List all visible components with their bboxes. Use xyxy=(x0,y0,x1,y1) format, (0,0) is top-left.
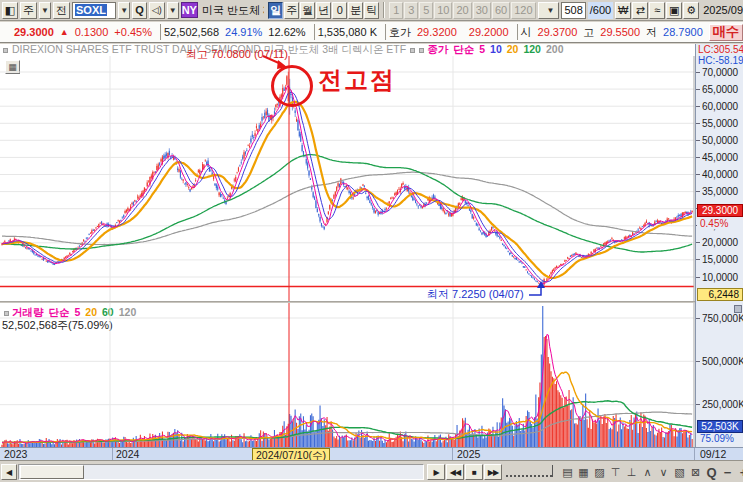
wave-chart-icon[interactable]: ≈ xyxy=(649,2,665,19)
pattern-icon[interactable]: ▧ xyxy=(672,464,687,480)
buy-button[interactable]: 매수 xyxy=(709,24,743,41)
pane-option-icon[interactable] xyxy=(734,305,742,313)
current-price-marker: 29.3000 xyxy=(697,204,743,217)
date-display: 2025/09 xyxy=(703,4,743,16)
cascade-windows-icon[interactable]: ▤ xyxy=(560,464,575,480)
bar-width-slider[interactable] xyxy=(506,467,552,477)
playback-stop-icon[interactable]: ■ xyxy=(465,464,483,480)
trendline-low-icon[interactable]: ⊥ xyxy=(624,464,639,480)
minute-button-30[interactable]: 30 xyxy=(473,2,491,19)
axis-tick-label: 55,0000 xyxy=(702,118,738,129)
annotation-low-text: 최저 7.2250 (04/07) xyxy=(427,287,524,302)
scrollbar-thumb[interactable] xyxy=(20,465,84,479)
minute-button-10[interactable]: 10 xyxy=(434,2,452,19)
chart-tool-strip: ▤▦▨⊤⊥∧∨▧⊠Q−+A xyxy=(560,464,743,480)
compare-icon[interactable]: ⇄ xyxy=(632,2,648,19)
legend-item: 200 xyxy=(546,44,564,55)
bullet-icon xyxy=(410,48,415,53)
chart-region: DIREXION SHARES ETF TRUST DAILY SEMICOND… xyxy=(0,44,743,460)
price-axis-panel: LC:305.54 HC:-58.19 70,000065,000060,000… xyxy=(695,44,743,447)
search-icon[interactable]: Q xyxy=(132,2,147,19)
legend-item: 10 xyxy=(490,44,502,55)
axis-tick-mark xyxy=(696,174,700,175)
current-price: 29.3000 xyxy=(14,26,54,38)
minute-button-20[interactable]: 20 xyxy=(453,2,471,19)
bar-count-input[interactable]: 508 xyxy=(561,2,585,19)
bullet-icon xyxy=(3,48,8,53)
minute-button-120[interactable]: 120 xyxy=(511,2,535,19)
quote-separator xyxy=(314,24,316,40)
axis-tick-label: 40,0000 xyxy=(702,169,738,180)
peak-marker-icon[interactable]: ∧ xyxy=(640,464,655,480)
annotation-prior-high-label: 전고점 xyxy=(318,64,396,96)
minute-button-3[interactable]: 3 xyxy=(404,2,418,19)
x-axis-label: 2024 xyxy=(116,448,139,460)
tab-period-2[interactable]: 월 xyxy=(300,2,315,19)
current-volume-pct-marker: 75.09% xyxy=(698,433,742,444)
bar-count-total-label: /600 xyxy=(588,2,613,19)
ask-price: 29.2000 xyxy=(469,26,509,38)
axis-tick-mark xyxy=(696,259,700,260)
save-icon[interactable]: ▣ xyxy=(666,2,682,19)
panel-toggle-icon[interactable]: ◧ xyxy=(2,2,18,19)
symbol-input[interactable]: SOXL xyxy=(72,2,116,19)
tab-period-0[interactable]: 일 xyxy=(268,2,283,19)
prev-symbol-button[interactable]: 전 xyxy=(53,2,70,19)
axis-tick-label: 45,0000 xyxy=(702,152,738,163)
axis-tick-mark xyxy=(696,140,700,141)
settings-gear-icon[interactable]: ⚙ xyxy=(683,2,699,19)
high-label: 고 xyxy=(583,25,594,40)
tab-period-5[interactable]: 분 xyxy=(348,2,363,19)
bullet-icon xyxy=(419,48,424,53)
chart-scrollbar[interactable] xyxy=(18,464,424,480)
magnifier-icon[interactable]: Q xyxy=(704,464,719,480)
hoga-label: 호가 xyxy=(389,25,411,40)
axis-tick-mark xyxy=(696,318,700,319)
quote-separator xyxy=(160,24,162,40)
open-label: 시 xyxy=(521,25,532,40)
playback-play-icon[interactable]: ▶ xyxy=(427,464,445,480)
tab-period-3[interactable]: 년 xyxy=(316,2,331,19)
trendline-high-icon[interactable]: ⊤ xyxy=(608,464,623,480)
zoom-out-icon[interactable]: − xyxy=(720,464,735,480)
symbol-name-label: 미국 반도체 3배 xyxy=(202,3,264,18)
tab-period-1[interactable]: 주 xyxy=(284,2,299,19)
speaker-icon[interactable]: ◁) xyxy=(149,2,165,19)
speaker-dropdown-icon[interactable]: ▼ xyxy=(167,2,179,19)
minute-button-5[interactable]: 5 xyxy=(419,2,433,19)
tab-period-6[interactable]: 틱 xyxy=(364,2,379,19)
axis-tick-mark xyxy=(696,242,700,243)
tile-windows-icon[interactable]: ▦ xyxy=(576,464,591,480)
trade-amount: 1,535,080 K xyxy=(318,26,377,38)
price-change-pct: +0.45% xyxy=(114,26,152,38)
volume-chart-canvas[interactable] xyxy=(0,303,695,448)
symbol-dropdown-icon[interactable]: ▼ xyxy=(118,2,130,19)
zoom-region-icon[interactable]: ▨ xyxy=(592,464,607,480)
x-axis-label: 09/12 xyxy=(700,448,726,460)
axis-tick-mark xyxy=(696,106,700,107)
tab-period-4[interactable]: 0 xyxy=(332,2,347,19)
low-price: 28.7900 xyxy=(663,26,703,38)
axis-tick-mark xyxy=(696,89,700,90)
volume-value: 52,502,568 xyxy=(164,26,219,38)
price-ma-legend[interactable]: 종가단순51020120200 xyxy=(419,44,568,56)
high-change-label: HC:-58.19 xyxy=(698,55,743,66)
period-combo-dropdown-icon[interactable]: ▼ xyxy=(39,2,51,19)
current-volume-marker: 52,503K xyxy=(697,420,743,433)
axis-tick-label: 10,0000 xyxy=(702,272,738,283)
x-axis-band: 202320242024/07/10(수)202509/12 xyxy=(0,447,743,460)
price-change: 0.1300 xyxy=(75,26,109,38)
playback-forward-icon[interactable]: ▶▶ xyxy=(484,464,502,480)
x-axis-label: 2025 xyxy=(457,448,480,460)
minute-button-1[interactable]: 1 xyxy=(389,2,403,19)
zoom-in-icon[interactable]: + xyxy=(736,464,743,480)
window-link-icon[interactable]: ⊠ xyxy=(688,464,703,480)
playback-rewind-icon[interactable]: ◀◀ xyxy=(446,464,464,480)
scroll-left-icon[interactable]: ◀ xyxy=(1,464,17,480)
currency-icon[interactable]: ₩ xyxy=(615,2,631,19)
period-combo[interactable]: 주 xyxy=(20,2,37,19)
quote-separator xyxy=(385,24,387,40)
trough-marker-icon[interactable]: ∨ xyxy=(656,464,671,480)
empty-combo[interactable]: ▼ xyxy=(538,2,560,19)
minute-button-60[interactable]: 60 xyxy=(492,2,510,19)
